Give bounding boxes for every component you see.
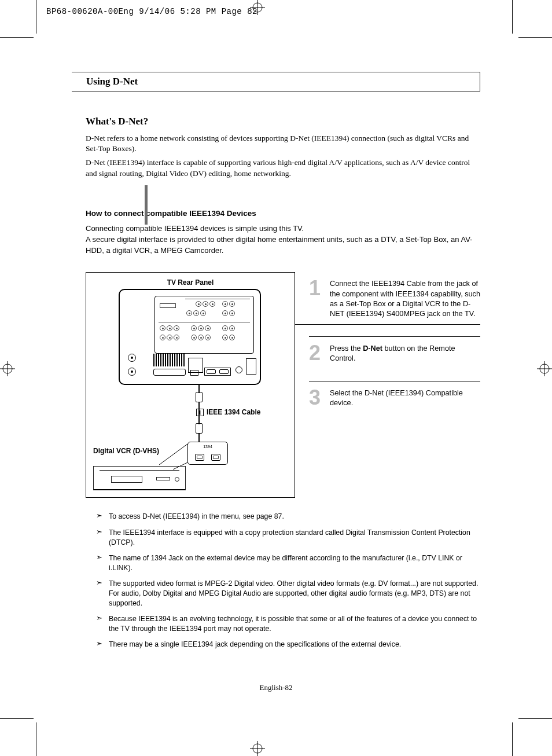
prepress-header: BP68-00620A-00Eng 9/14/06 5:28 PM Page 8… — [46, 7, 257, 16]
callout-number: 1 — [196, 409, 204, 416]
steps-list: 1 Connect the IEEE1394 Cable from the ja… — [309, 272, 480, 498]
vent-icon — [153, 354, 186, 366]
cable-plug-icon — [196, 423, 203, 434]
crop-mark — [0, 718, 34, 719]
diagram-and-steps: TV Rear Panel — [86, 272, 480, 498]
cable-plug-icon — [196, 392, 203, 402]
connector-cluster-icon — [154, 296, 254, 354]
page-title: Using D-Net — [72, 72, 480, 91]
step-text: Connect the IEEE1394 Cable from the jack… — [330, 279, 480, 319]
callout-label: IEEE 1394 Cable — [207, 408, 260, 416]
vcr-label: Digital VCR (D-VHS) — [93, 447, 159, 455]
lower-ports-icon — [126, 354, 254, 379]
antenna-jack-icon — [128, 354, 136, 362]
digital-vcr-icon — [93, 466, 186, 490]
note-arrow-icon: ➣ — [96, 528, 104, 547]
port-icon — [246, 358, 256, 375]
dnet-port-group-icon — [204, 368, 231, 376]
vcr-port-zoom-icon: 1394 — [187, 442, 228, 465]
crop-mark — [518, 37, 552, 38]
step-3: 3 Select the D-Net (IEEE1394) Compatible… — [309, 381, 480, 425]
cable-callout: 1IEEE 1394 Cable — [196, 408, 260, 416]
port-icon — [190, 370, 198, 376]
step-2: 2 Press the D-Net button on the Remote C… — [309, 337, 480, 381]
note-item: ➣The supported video format is MPEG-2 Di… — [96, 579, 480, 608]
diagram-title: TV Rear Panel — [86, 278, 295, 287]
paragraph: D-Net (IEEE1394) interface is capable of… — [86, 157, 480, 178]
note-item: ➣The name of 1394 Jack on the external d… — [96, 553, 480, 572]
registration-mark-icon — [250, 741, 265, 756]
note-arrow-icon: ➣ — [96, 512, 104, 522]
note-text: To access D-Net (IEEE1394) in the menu, … — [109, 512, 284, 522]
notes-list: ➣To access D-Net (IEEE1394) in the menu,… — [96, 512, 480, 649]
connection-diagram: TV Rear Panel — [86, 272, 295, 498]
step-text: Select the D-Net (IEEE1394) Compatible d… — [330, 388, 480, 408]
rule — [295, 324, 480, 325]
vcr-port-label: 1394 — [188, 445, 227, 449]
step-text-bold: D-Net — [363, 344, 382, 353]
accent-bar — [145, 185, 148, 225]
note-text: The name of 1394 Jack on the external de… — [109, 553, 480, 572]
paragraph: A secure digital interface is provided t… — [86, 234, 480, 256]
crop-mark — [518, 718, 552, 719]
step-1: 1 Connect the IEEE1394 Cable from the ja… — [309, 272, 480, 337]
note-text: The IEEE1394 interface is equipped with … — [109, 528, 480, 547]
step-text: Press the D-Net button on the Remote Con… — [330, 344, 480, 364]
step-number: 2 — [309, 344, 323, 364]
paragraph: Connecting compatible IEEE1394 devices i… — [86, 223, 480, 234]
step-number: 1 — [309, 279, 323, 319]
note-text: Because IEEE1394 is an evolving technolo… — [109, 614, 480, 633]
heading-whats-dnet: What's D-Net? — [86, 116, 480, 127]
cablecard-slot-icon — [153, 369, 186, 376]
page-footer: English-82 — [0, 683, 552, 692]
crop-mark — [512, 722, 513, 756]
step-text-a: Press the — [330, 344, 363, 353]
note-text: There may be a single IEEE1394 jack depe… — [109, 640, 401, 649]
crop-mark — [36, 0, 36, 34]
note-arrow-icon: ➣ — [96, 640, 104, 649]
note-arrow-icon: ➣ — [96, 553, 104, 572]
note-item: ➣Because IEEE1394 is an evolving technol… — [96, 614, 480, 633]
crop-mark — [0, 37, 34, 38]
antenna-jack-icon — [128, 368, 136, 376]
cable-icon — [198, 434, 200, 442]
note-item: ➣The IEEE1394 interface is equipped with… — [96, 528, 480, 547]
svg-line-12 — [159, 444, 187, 465]
note-text: The supported video format is MPEG-2 Dig… — [109, 579, 480, 608]
note-item: ➣There may be a single IEEE1394 jack dep… — [96, 640, 480, 649]
page-content: Using D-Net What's D-Net? D-Net refers t… — [75, 72, 480, 656]
section-whats-dnet: What's D-Net? D-Net refers to a home net… — [75, 116, 480, 179]
crop-mark — [36, 722, 36, 756]
crop-mark — [512, 0, 513, 34]
tv-rear-panel-icon — [119, 289, 261, 385]
note-arrow-icon: ➣ — [96, 614, 104, 633]
note-item: ➣To access D-Net (IEEE1394) in the menu,… — [96, 512, 480, 522]
port-icon — [235, 366, 242, 373]
paragraph: D-Net refers to a home network consistin… — [86, 133, 480, 154]
registration-mark-icon — [0, 361, 15, 376]
step-number: 3 — [309, 388, 323, 408]
registration-mark-icon — [537, 361, 552, 376]
note-arrow-icon: ➣ — [96, 579, 104, 608]
